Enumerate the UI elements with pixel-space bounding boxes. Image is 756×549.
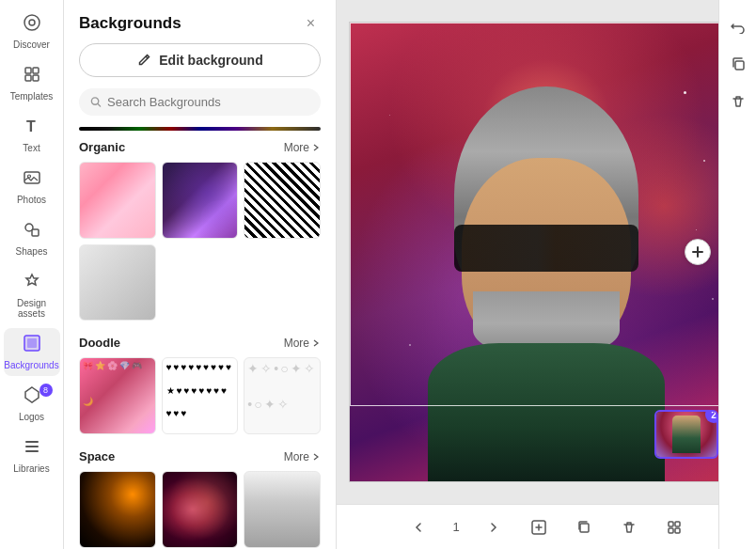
chevron-right-icon-2 xyxy=(311,338,321,348)
chevron-right-icon-bottom xyxy=(487,521,500,534)
page-thumbnail[interactable]: 2 xyxy=(654,410,718,459)
sidebar-item-libraries-label: Libraries xyxy=(13,463,49,474)
right-toolbar xyxy=(718,0,756,549)
svg-rect-2 xyxy=(25,68,31,73)
duplicate-page-button[interactable] xyxy=(569,512,599,542)
page-number: 1 xyxy=(449,520,463,534)
organic-thumb-4[interactable] xyxy=(79,244,156,322)
add-page-icon xyxy=(530,519,547,536)
star-2 xyxy=(703,160,705,162)
organic-thumb-2[interactable] xyxy=(162,162,239,239)
copy-button[interactable] xyxy=(723,49,753,79)
color-bar xyxy=(79,127,321,131)
close-panel-button[interactable]: × xyxy=(301,13,321,34)
templates-icon xyxy=(23,65,41,88)
sidebar-item-backgrounds[interactable]: Backgrounds xyxy=(4,328,60,376)
organic-thumb-3[interactable] xyxy=(244,162,321,239)
sidebar-item-backgrounds-label: Backgrounds xyxy=(4,360,58,370)
sidebar-item-text[interactable]: T Text xyxy=(4,111,60,159)
star-5 xyxy=(389,115,390,116)
svg-rect-16 xyxy=(25,450,39,452)
star-6 xyxy=(409,344,411,346)
doodle-thumb-1[interactable]: 🎀⭐🌸💎🎮🌙 xyxy=(79,357,156,434)
organic-more-link[interactable]: More xyxy=(284,141,321,154)
doodle-more-link[interactable]: More xyxy=(284,337,321,350)
organic-grid xyxy=(79,162,321,321)
panel-title: Backgrounds xyxy=(79,14,181,33)
doodle-title: Doodle xyxy=(79,336,120,350)
plus-icon xyxy=(691,245,704,259)
design-assets-icon xyxy=(23,272,41,295)
backgrounds-panel: Backgrounds × Edit background Organic Mo… xyxy=(64,0,337,549)
canvas-container: 2 xyxy=(337,0,756,504)
sidebar-item-shapes-label: Shapes xyxy=(16,246,48,257)
chevron-left-icon xyxy=(412,521,425,534)
search-box xyxy=(79,88,321,116)
star-4 xyxy=(712,298,714,300)
delete-page-button[interactable] xyxy=(614,512,644,542)
doodle-thumb-3[interactable]: ✦✧•○✦✧•○✦✧ xyxy=(244,357,321,434)
organic-thumb-1[interactable] xyxy=(79,162,156,239)
add-page-button[interactable] xyxy=(524,512,554,542)
delete-page-icon xyxy=(622,520,637,535)
space-header: Space More xyxy=(79,449,321,463)
chevron-right-icon-3 xyxy=(311,452,321,462)
sidebar-item-design-assets-label: Design assets xyxy=(8,298,56,319)
trash-icon xyxy=(731,94,746,109)
next-page-button[interactable] xyxy=(479,512,509,542)
photos-icon xyxy=(23,168,41,192)
svg-point-17 xyxy=(91,98,98,104)
panel-scroll: Organic More Doodle Mor xyxy=(64,140,336,549)
svg-rect-18 xyxy=(735,61,744,70)
grid-icon xyxy=(667,520,682,535)
doodle-section: Doodle More 🎀⭐🌸💎🎮🌙 ♥♥♥♥♥♥♥♥♥★♥♥♥♥♥♥♥♥♥♥ xyxy=(79,336,321,434)
svg-rect-13 xyxy=(27,338,37,348)
space-section: Space More xyxy=(79,449,321,548)
person-layer xyxy=(415,86,678,481)
grid-view-button[interactable] xyxy=(659,512,689,542)
doodle-header: Doodle More xyxy=(79,336,321,350)
sidebar-item-logos[interactable]: 8 Logos xyxy=(4,380,60,428)
svg-text:T: T xyxy=(26,118,36,134)
space-grid xyxy=(79,471,321,548)
svg-rect-3 xyxy=(33,68,39,73)
prev-page-button[interactable] xyxy=(403,512,433,542)
sidebar-item-discover-label: Discover xyxy=(13,39,50,50)
bottom-toolbar: 1 xyxy=(337,504,756,549)
space-thumb-1[interactable] xyxy=(79,471,156,548)
sidebar-item-discover[interactable]: Discover xyxy=(4,8,60,55)
doodle-thumb-2[interactable]: ♥♥♥♥♥♥♥♥♥★♥♥♥♥♥♥♥♥♥♥ xyxy=(162,357,239,434)
space-more-link[interactable]: More xyxy=(284,450,321,463)
sidebar-nav: Discover Templates T Text Photos Shapes … xyxy=(0,0,64,549)
svg-rect-21 xyxy=(669,522,673,526)
organic-header: Organic More xyxy=(79,140,321,154)
svg-rect-23 xyxy=(669,528,673,533)
space-title: Space xyxy=(79,449,115,463)
sidebar-item-templates-label: Templates xyxy=(10,91,54,102)
sidebar-item-shapes[interactable]: Shapes xyxy=(4,214,60,262)
svg-rect-5 xyxy=(33,75,39,81)
organic-section: Organic More xyxy=(79,140,321,321)
space-thumb-2[interactable] xyxy=(162,471,239,548)
libraries-icon xyxy=(23,437,41,461)
delete-top-button[interactable] xyxy=(723,86,753,117)
svg-rect-20 xyxy=(580,524,589,532)
edit-background-button[interactable]: Edit background xyxy=(79,43,321,77)
sidebar-item-design-assets[interactable]: Design assets xyxy=(4,266,60,324)
sidebar-item-templates[interactable]: Templates xyxy=(4,59,60,107)
duplicate-icon xyxy=(576,520,591,535)
organic-title: Organic xyxy=(79,140,125,154)
sidebar-item-logos-label: Logos xyxy=(19,412,44,422)
undo-button[interactable] xyxy=(723,11,753,41)
space-thumb-3[interactable] xyxy=(244,471,321,548)
sidebar-item-libraries[interactable]: Libraries xyxy=(4,431,60,479)
zoom-plus-button[interactable] xyxy=(685,239,711,265)
search-input[interactable] xyxy=(107,95,309,109)
sidebar-item-photos[interactable]: Photos xyxy=(4,163,60,211)
sidebar-item-photos-label: Photos xyxy=(17,195,46,205)
panel-header: Backgrounds × xyxy=(64,0,336,43)
svg-rect-7 xyxy=(24,172,39,183)
search-icon xyxy=(90,96,102,108)
shapes-icon xyxy=(23,220,41,243)
edit-bg-label: Edit background xyxy=(159,53,262,68)
